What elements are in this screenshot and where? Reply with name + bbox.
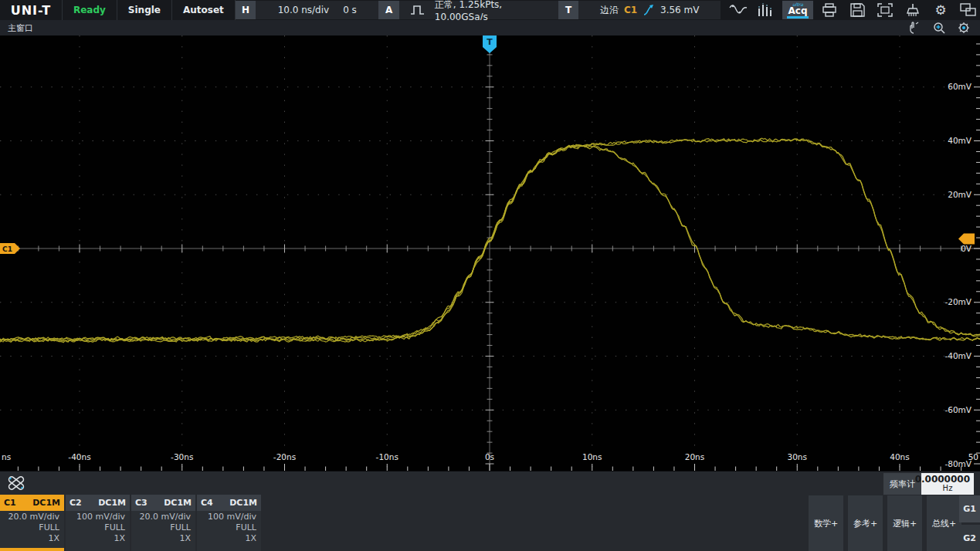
- channel-scale: 20.0 mV/div: [0, 511, 64, 522]
- channel-active-strip: [131, 548, 195, 551]
- trigger-source: C1: [624, 5, 637, 15]
- frequency-counter-value: 0.0000000 Hz: [921, 473, 974, 495]
- autoset-button[interactable]: Autoset: [172, 0, 236, 20]
- touch-icon[interactable]: [906, 21, 923, 35]
- voltage-axis-label: 20mV: [948, 190, 972, 199]
- function-button-3[interactable]: 总线+: [927, 495, 961, 551]
- group-buttons: G1G2: [959, 495, 980, 551]
- channel-header[interactable]: C3DC1M: [131, 495, 195, 511]
- channel-probe: 1X: [66, 532, 130, 543]
- channel-scale: 100 mV/div: [66, 511, 130, 522]
- run-status[interactable]: Ready: [63, 0, 117, 20]
- channel-bandwidth: FULL: [0, 522, 64, 532]
- trigger-level-marker[interactable]: [958, 234, 975, 245]
- svg-text:C1: C1: [2, 245, 12, 253]
- channel-card-c2[interactable]: C2DC1M100 mV/divFULL1X: [66, 495, 130, 551]
- pulse-icon: [407, 1, 429, 19]
- voltage-axis-label: -20mV: [944, 297, 972, 306]
- voltage-axis-label: 0V: [961, 244, 972, 253]
- group-button-g2[interactable]: G2: [959, 525, 980, 551]
- time-axis-label: 30ns: [788, 452, 808, 461]
- channel-header[interactable]: C1DC1M: [0, 495, 64, 511]
- frequency-counter[interactable]: 频率计 0.0000000 Hz: [883, 473, 974, 495]
- voltage-axis-label: -60mV: [944, 405, 972, 414]
- display-layout-icon[interactable]: [957, 1, 980, 19]
- trigger-level: 3.56 mV: [660, 5, 699, 15]
- time-axis-label: 10ns: [582, 452, 602, 461]
- printer-icon[interactable]: [818, 1, 841, 19]
- trigger-position-marker[interactable]: T: [483, 35, 497, 53]
- time-axis-label: -20ns: [273, 452, 296, 461]
- channel-scale: 100 mV/div: [197, 511, 261, 522]
- channel-active-strip: [0, 548, 64, 551]
- zoom-in-icon[interactable]: [931, 21, 948, 35]
- single-button[interactable]: Single: [117, 0, 172, 20]
- channel-probe: 1X: [197, 532, 261, 543]
- trigger-type: 边沿: [600, 4, 619, 17]
- time-axis-label: -40ns: [68, 452, 90, 461]
- bottom-bar: 频率计 0.0000000 Hz C1DC1M20.0 mV/divFULL1X…: [0, 471, 980, 551]
- time-axis-label: 20ns: [685, 452, 705, 461]
- horizontal-panel[interactable]: 10.0 ns/div 0 s: [256, 1, 378, 19]
- top-toolbar: UNI-T Ready Single Autoset H 10.0 ns/div…: [0, 0, 980, 20]
- acquisition-panel[interactable]: 正常, 1.25kPts, 10.00GSa/s: [399, 1, 558, 19]
- measure-waveform-icon[interactable]: [727, 1, 750, 19]
- rising-edge-icon: [643, 1, 655, 19]
- horizontal-position: 0 s: [343, 5, 357, 15]
- voltage-axis-label: -80mV: [944, 459, 972, 468]
- histogram-icon[interactable]: [754, 1, 778, 19]
- save-icon[interactable]: [846, 1, 869, 19]
- window-title: 主窗口: [0, 22, 33, 34]
- horizontal-key[interactable]: H: [236, 1, 256, 19]
- time-axis-label: 0s: [485, 452, 494, 461]
- time-axis-label: 40ns: [890, 452, 910, 461]
- channel-probe: 1X: [0, 532, 64, 543]
- brand-logo: UNI-T: [0, 0, 63, 20]
- channel-zero-marker[interactable]: C1: [0, 243, 20, 254]
- voltage-axis-label: -40mV: [944, 351, 972, 360]
- channel-cards: C1DC1M20.0 mV/divFULL1XC2DC1M100 mV/divF…: [0, 495, 261, 551]
- svg-text:T: T: [487, 37, 493, 47]
- acq-active-underline: [787, 16, 809, 19]
- time-axis-label: -10ns: [376, 452, 398, 461]
- time-axis-label: ns: [2, 452, 11, 461]
- trigger-key[interactable]: T: [558, 1, 578, 19]
- channel-header[interactable]: C2DC1M: [66, 495, 130, 511]
- acq-menu-button[interactable]: ultra Acq: [782, 1, 813, 19]
- function-button-1[interactable]: 参考+: [848, 495, 883, 551]
- function-buttons: 数学+参考+逻辑+总线+: [809, 495, 961, 551]
- channel-bandwidth: FULL: [66, 522, 130, 532]
- channel-scale: 20.0 mV/div: [131, 511, 195, 522]
- acquisition-info: 正常, 1.25kPts, 10.00GSa/s: [435, 0, 551, 22]
- function-button-2[interactable]: 逻辑+: [887, 495, 922, 551]
- channel-probe: 1X: [131, 532, 195, 543]
- group-button-g1[interactable]: G1: [959, 495, 980, 522]
- toolbar-icons: ultra Acq ⚙: [727, 0, 980, 20]
- function-button-0[interactable]: 数学+: [809, 495, 843, 551]
- channel-active-strip: [66, 548, 130, 551]
- window-tab-bar: 主窗口: [0, 20, 980, 35]
- voltage-axis-label: 60mV: [948, 82, 972, 91]
- timebase-value: 10.0 ns/div: [278, 5, 330, 15]
- channel-card-c1[interactable]: C1DC1M20.0 mV/divFULL1X: [0, 495, 64, 551]
- time-axis-label: -30ns: [171, 452, 193, 461]
- trigger-panel[interactable]: 边沿 C1 3.56 mV: [578, 1, 721, 19]
- channel-bandwidth: FULL: [131, 522, 195, 532]
- voltage-axis-label: 40mV: [948, 136, 972, 145]
- gear-icon[interactable]: [955, 21, 972, 35]
- channel-active-strip: [197, 548, 261, 551]
- channel-card-c3[interactable]: C3DC1M20.0 mV/divFULL1X: [131, 495, 195, 551]
- settings-gear-icon[interactable]: ⚙: [929, 1, 952, 19]
- acquire-key[interactable]: A: [378, 1, 398, 19]
- screenshot-icon[interactable]: [873, 1, 897, 19]
- waveform-display[interactable]: ns-40ns-30ns-20ns-10ns0s10ns20ns30ns40ns…: [0, 35, 980, 471]
- channel-header[interactable]: C4DC1M: [197, 495, 261, 511]
- clear-icon[interactable]: [901, 1, 924, 19]
- channel-bandwidth: FULL: [197, 522, 261, 532]
- tools-cross-icon[interactable]: [5, 474, 28, 492]
- channel-card-c4[interactable]: C4DC1M100 mV/divFULL1X: [197, 495, 261, 551]
